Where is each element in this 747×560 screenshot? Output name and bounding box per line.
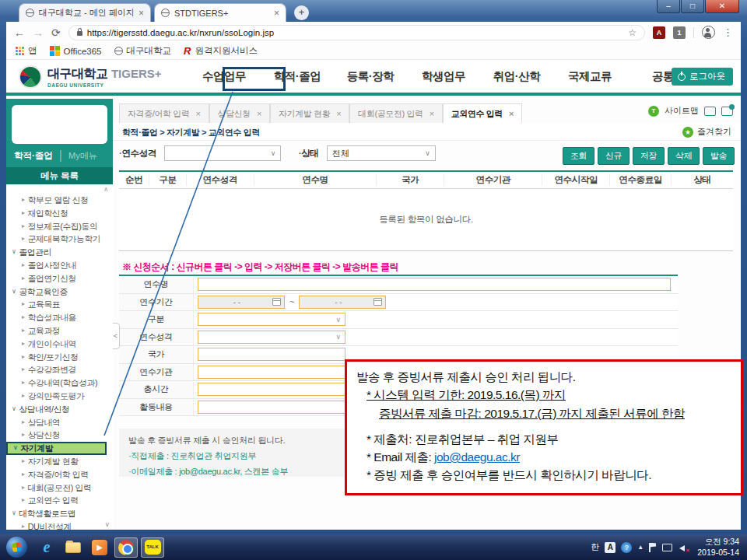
workspace-tab-selfdev[interactable]: 자기계발 현황× xyxy=(270,103,349,123)
start-date-input[interactable]: - - xyxy=(198,296,285,309)
logout-button[interactable]: 로그아웃 xyxy=(672,68,733,86)
sidebar-item-contest-input[interactable]: ▸대회(공모전) 입력 xyxy=(6,481,113,495)
sidebar-item-counsel-history[interactable]: ▸상담내역 xyxy=(6,416,113,429)
sidebar-tab-mymenu[interactable]: My메뉴 xyxy=(68,150,97,162)
profile-icon[interactable] xyxy=(702,26,715,39)
nav-item-student[interactable]: 학생업무 xyxy=(407,69,480,84)
sidebar-item-grad-defer[interactable]: ▸졸업연기신청 xyxy=(6,272,113,285)
taskbar-media-player[interactable]: ▶ xyxy=(88,537,111,558)
total-hours-input[interactable] xyxy=(198,383,345,396)
apps-bookmark[interactable]: 앱 xyxy=(16,45,37,57)
start-button[interactable] xyxy=(6,537,27,558)
window-close-icon[interactable] xyxy=(721,107,733,116)
end-date-input[interactable]: - - xyxy=(299,296,386,309)
institution-input[interactable] xyxy=(198,366,345,379)
email-link[interactable]: job@daegu.ac.kr xyxy=(434,450,520,464)
close-icon[interactable]: × xyxy=(336,109,341,118)
browser-tab-active[interactable]: STDTIGERS+ × xyxy=(154,3,286,22)
browser-tab[interactable]: 대구대학교 - 메인 페이지 × xyxy=(19,3,151,22)
close-tab-icon[interactable]: × xyxy=(274,8,279,19)
browser-menu-icon[interactable]: ⋮ xyxy=(723,26,733,38)
sidebar-section-self-development[interactable]: ∨자기계발 xyxy=(6,442,107,455)
sidebar-item-satisfaction[interactable]: ▸강의만족도평가 xyxy=(6,390,113,403)
sidebar-collapse-handle[interactable]: < xyxy=(113,323,120,349)
save-button[interactable]: 저장 xyxy=(633,147,665,165)
taskbar-explorer[interactable] xyxy=(61,537,85,558)
sidebar-item-course-change[interactable]: ▸수강강좌변경 xyxy=(6,363,113,376)
forward-icon[interactable]: → xyxy=(33,26,44,39)
taskbar-ie[interactable]: e xyxy=(35,537,58,558)
nav-item-registration[interactable]: 등록·장학 xyxy=(334,69,407,84)
delete-button[interactable]: 삭제 xyxy=(668,147,700,165)
bookmark-remote-support[interactable]: R 원격지원서비스 xyxy=(184,45,258,57)
maximize-button[interactable]: □ xyxy=(681,0,704,13)
sitemap-label[interactable]: 사이트맵 xyxy=(665,105,699,117)
sidebar-item-curriculum[interactable]: ▸교육과정 xyxy=(6,324,113,338)
sidebar-item-personal-record[interactable]: ▸개인이수내역 xyxy=(6,338,113,351)
minimize-button[interactable]: – xyxy=(657,0,680,13)
search-button[interactable]: 조회 xyxy=(563,147,594,165)
sidebar-item-outcome[interactable]: ▸학습성과내용 xyxy=(6,311,113,324)
workspace-tab-license[interactable]: 자격증/어학 입력× xyxy=(119,103,209,123)
bookmark-office365[interactable]: Office365 xyxy=(50,46,102,56)
close-icon[interactable]: × xyxy=(196,109,201,118)
ime-a-icon[interactable]: A xyxy=(605,542,615,553)
taskbar-chrome[interactable] xyxy=(114,537,138,558)
close-icon[interactable]: × xyxy=(509,109,514,118)
country-input[interactable] xyxy=(198,348,345,361)
workspace-tab-external-training[interactable]: 교외연수 입력× xyxy=(443,103,522,123)
sidebar-item-confirm-waive[interactable]: ▸확인/포기신청 xyxy=(6,351,113,364)
calendar-icon[interactable] xyxy=(374,298,382,306)
chevron-up-icon[interactable]: ∧ xyxy=(6,186,113,194)
taskbar-clock[interactable]: 오전 9:34 2019-05-14 xyxy=(697,537,739,557)
new-tab-button[interactable]: + xyxy=(294,5,309,20)
sidebar-item-course-history[interactable]: ▸수강내역(학습성과) xyxy=(6,376,113,390)
sidebar-item-info-consent[interactable]: ▸정보제공(수집)동의 xyxy=(6,220,113,233)
workspace-tab-counsel[interactable]: 상담신청× xyxy=(209,103,270,123)
sidebar-tab-records[interactable]: 학적·졸업 xyxy=(14,150,53,162)
close-icon[interactable]: × xyxy=(430,109,434,118)
taskbar-kakaotalk[interactable]: TALK xyxy=(141,537,164,558)
sidebar-item-counsel-apply[interactable]: ▸상담신청 xyxy=(6,429,113,442)
training-name-input[interactable] xyxy=(198,278,671,291)
bookmark-star-icon[interactable]: ☆ xyxy=(628,27,637,38)
new-button[interactable]: 신규 xyxy=(598,147,630,165)
pdf-extension-icon[interactable]: A xyxy=(653,26,665,39)
university-logo[interactable]: 대구대학교 TIGERS+ DAEGU UNIVERSITY xyxy=(19,65,162,89)
bookmark-daegu-univ[interactable]: 대구대학교 xyxy=(114,45,172,57)
close-button[interactable]: ✕ xyxy=(705,0,739,13)
calendar-icon[interactable] xyxy=(272,298,281,306)
help-icon[interactable]: ? xyxy=(621,542,632,553)
sidebar-section-engineering[interactable]: ∨공학교육인증 xyxy=(6,285,113,299)
category-select[interactable]: ∨ xyxy=(198,313,345,326)
back-icon[interactable]: ← xyxy=(14,26,25,39)
sidebar-item-license-input[interactable]: ▸자격증/어학 입력 xyxy=(6,468,113,481)
nav-item-international[interactable]: 국제교류 xyxy=(553,69,626,84)
extension-icon[interactable]: 1 xyxy=(673,26,686,39)
activity-input[interactable] xyxy=(198,401,357,414)
action-center-flag-icon[interactable] xyxy=(649,543,657,552)
network-icon[interactable] xyxy=(662,544,672,551)
send-button[interactable]: 발송 xyxy=(703,147,735,165)
sidebar-item-parent-view[interactable]: ▸학부모 열람 신청 xyxy=(6,194,113,207)
nav-item-career[interactable]: 취업·산학 xyxy=(480,69,553,84)
refresh-icon[interactable]: ⟳ xyxy=(51,26,61,39)
sidebar-item-military[interactable]: ▸군제대복학가능학기 xyxy=(6,233,113,246)
ime-korean-icon[interactable]: 한 xyxy=(591,541,599,553)
tray-expand-icon[interactable]: ▲ xyxy=(637,544,644,551)
sidebar-item-selfdev-status[interactable]: ▸자기계발 현황 xyxy=(6,455,113,468)
volume-muted-icon[interactable]: × xyxy=(678,543,689,552)
sidebar-section-graduation[interactable]: ∨졸업관리 xyxy=(6,246,113,259)
favorites-button[interactable]: ★ 즐겨찾기 xyxy=(682,126,731,138)
close-icon[interactable]: × xyxy=(257,109,261,118)
workspace-tab-contest[interactable]: 대회(공모전) 입력× xyxy=(349,103,442,123)
filter-nature-select[interactable]: ∨ xyxy=(164,145,281,161)
address-bar[interactable]: https://tigersstd.daegu.ac.kr/nxrun/ssoL… xyxy=(68,25,645,40)
sidebar-item-external-training-input[interactable]: ▸교외연수 입력 xyxy=(6,494,113,507)
sidebar-item-grad-guide[interactable]: ▸졸업사정안내 xyxy=(6,259,113,272)
nature-select[interactable]: ∨ xyxy=(198,331,345,344)
window-icon[interactable] xyxy=(704,107,716,116)
close-tab-icon[interactable]: × xyxy=(139,8,144,19)
sidebar-item-edu-goal[interactable]: ▸교육목표 xyxy=(6,298,113,311)
filter-status-select[interactable]: 전체∨ xyxy=(327,145,436,161)
